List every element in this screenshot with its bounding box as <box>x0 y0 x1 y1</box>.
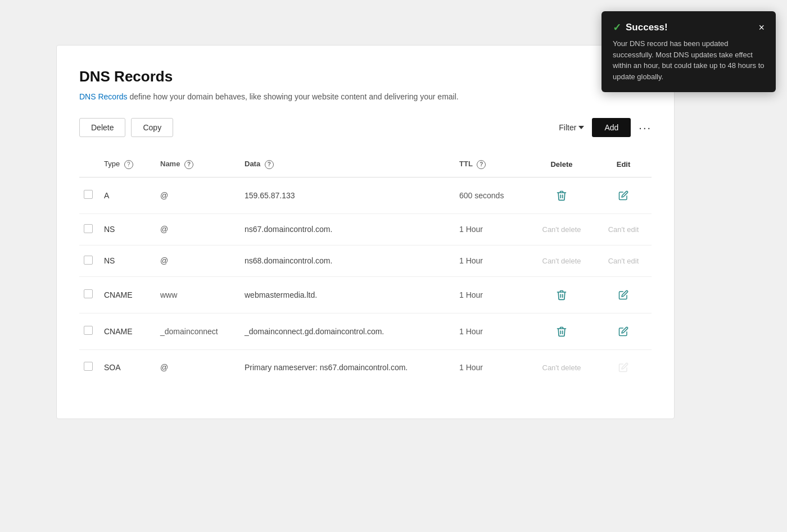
table-row: CNAME _domainconnect _domainconnect.gd.d… <box>79 313 652 349</box>
type-cell: CNAME <box>99 276 156 313</box>
name-cell: @ <box>156 245 240 276</box>
type-cell: NS <box>99 213 156 245</box>
ttl-cell: 1 Hour <box>455 313 528 349</box>
delete-row-button[interactable] <box>554 188 569 203</box>
cant-edit-label: Can't edit <box>608 257 639 265</box>
check-icon: ✓ <box>613 21 621 34</box>
delete-cell: Can't delete <box>528 213 595 245</box>
chevron-down-icon <box>578 126 584 129</box>
edit-cell <box>595 177 652 213</box>
type-header: Type ? <box>99 154 156 177</box>
ttl-help-icon[interactable]: ? <box>477 160 486 169</box>
ttl-cell: 600 seconds <box>455 177 528 213</box>
delete-row-button[interactable] <box>554 287 569 303</box>
table-row: NS @ ns68.domaincontrol.com. 1 Hour Can'… <box>79 245 652 276</box>
checkbox-cell <box>79 177 99 213</box>
ttl-cell: 1 Hour <box>455 245 528 276</box>
name-cell: @ <box>156 213 240 245</box>
ttl-header: TTL ? <box>455 154 528 177</box>
table-body: A @ 159.65.87.133 600 seconds <box>79 177 652 385</box>
toast-title: ✓ Success! <box>613 21 668 34</box>
ttl-cell: 1 Hour <box>455 213 528 245</box>
ttl-cell: 1 Hour <box>455 276 528 313</box>
data-help-icon[interactable]: ? <box>265 160 274 169</box>
delete-cell <box>528 276 595 313</box>
delete-header: Delete <box>528 154 595 177</box>
name-cell: @ <box>156 177 240 213</box>
data-cell: webmastermedia.ltd. <box>240 276 455 313</box>
page-title: DNS Records <box>79 68 652 85</box>
edit-row-button-disabled <box>616 360 631 375</box>
delete-cell <box>528 313 595 349</box>
table-header-row: Type ? Name ? Data ? TTL ? De <box>79 154 652 177</box>
delete-button[interactable]: Delete <box>79 118 125 137</box>
edit-row-button[interactable] <box>616 324 631 339</box>
data-cell: 159.65.87.133 <box>240 177 455 213</box>
edit-row-button[interactable] <box>616 188 631 203</box>
type-cell: NS <box>99 245 156 276</box>
table-row: SOA @ Primary nameserver: ns67.domaincon… <box>79 349 652 385</box>
row-checkbox[interactable] <box>84 289 93 298</box>
table-row: CNAME www webmastermedia.ltd. 1 Hour <box>79 276 652 313</box>
edit-header: Edit <box>595 154 652 177</box>
toast-header: ✓ Success! × <box>613 21 765 34</box>
name-cell: www <box>156 276 240 313</box>
table-row: NS @ ns67.domaincontrol.com. 1 Hour Can'… <box>79 213 652 245</box>
type-cell: CNAME <box>99 313 156 349</box>
row-checkbox[interactable] <box>84 256 93 265</box>
checkbox-cell <box>79 349 99 385</box>
checkbox-cell <box>79 245 99 276</box>
name-help-icon[interactable]: ? <box>184 160 193 169</box>
type-help-icon[interactable]: ? <box>124 160 133 169</box>
toast-body: Your DNS record has been updated success… <box>613 38 765 82</box>
data-cell: Primary nameserver: ns67.domaincontrol.c… <box>240 349 455 385</box>
edit-cell <box>595 276 652 313</box>
toast-close-button[interactable]: × <box>758 22 765 33</box>
type-cell: A <box>99 177 156 213</box>
name-cell: _domainconnect <box>156 313 240 349</box>
filter-button[interactable]: Filter <box>559 123 584 132</box>
dns-records-card: DNS Records DNS Records define how your … <box>56 45 675 419</box>
more-options-button[interactable]: ··· <box>639 121 652 134</box>
add-button[interactable]: Add <box>592 118 631 137</box>
data-cell: ns67.domaincontrol.com. <box>240 213 455 245</box>
delete-cell: Can't delete <box>528 245 595 276</box>
delete-cell <box>528 177 595 213</box>
select-all-header <box>79 154 99 177</box>
cant-edit-label: Can't edit <box>608 225 639 234</box>
cant-delete-label: Can't delete <box>542 363 581 372</box>
cant-delete-label: Can't delete <box>542 225 581 234</box>
ttl-cell: 1 Hour <box>455 349 528 385</box>
cant-delete-label: Can't delete <box>542 257 581 265</box>
row-checkbox[interactable] <box>84 362 93 371</box>
edit-cell: Can't edit <box>595 213 652 245</box>
dns-records-link[interactable]: DNS Records <box>79 92 128 101</box>
edit-cell <box>595 313 652 349</box>
row-checkbox[interactable] <box>84 224 93 233</box>
checkbox-cell <box>79 213 99 245</box>
edit-row-button[interactable] <box>616 288 631 302</box>
data-header: Data ? <box>240 154 455 177</box>
success-toast: ✓ Success! × Your DNS record has been up… <box>601 11 776 92</box>
table-row: A @ 159.65.87.133 600 seconds <box>79 177 652 213</box>
copy-button[interactable]: Copy <box>131 118 173 137</box>
dns-records-table: Type ? Name ? Data ? TTL ? De <box>79 154 652 385</box>
edit-cell: Can't edit <box>595 245 652 276</box>
checkbox-cell <box>79 313 99 349</box>
row-checkbox[interactable] <box>84 326 93 335</box>
edit-cell <box>595 349 652 385</box>
data-cell: _domainconnect.gd.domaincontrol.com. <box>240 313 455 349</box>
type-cell: SOA <box>99 349 156 385</box>
delete-row-button[interactable] <box>554 324 569 339</box>
toolbar-right: Filter Add ··· <box>559 118 652 137</box>
name-header: Name ? <box>156 154 240 177</box>
row-checkbox[interactable] <box>84 190 93 199</box>
checkbox-cell <box>79 276 99 313</box>
delete-cell: Can't delete <box>528 349 595 385</box>
name-cell: @ <box>156 349 240 385</box>
toolbar: Delete Copy Filter Add ··· <box>79 118 652 137</box>
description: DNS Records define how your domain behav… <box>79 92 652 101</box>
data-cell: ns68.domaincontrol.com. <box>240 245 455 276</box>
